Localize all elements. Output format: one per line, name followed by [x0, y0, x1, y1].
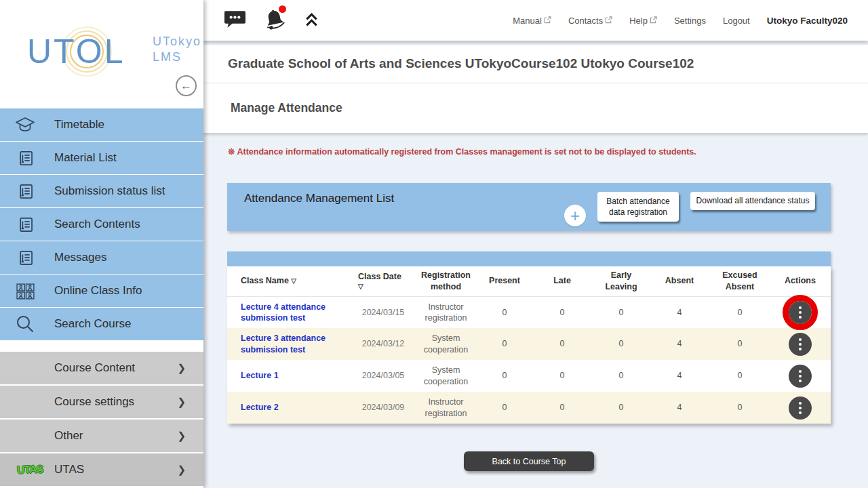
double-chevron-up-icon: [303, 12, 320, 30]
sidebar-item-label: UTAS: [54, 463, 84, 476]
course-title: Graduate School of Arts and Sciences UTo…: [203, 45, 868, 83]
nav-link-contacts[interactable]: Contacts: [568, 16, 612, 26]
logo-subtitle: UTokyo LMS: [153, 34, 201, 66]
attendance-panel: Attendance Management List + Batch atten…: [227, 183, 831, 231]
registration-method: System cooperation: [414, 328, 478, 360]
sidebar-item-search-contents[interactable]: Search Contents: [0, 208, 203, 241]
notification-badge: [279, 5, 286, 13]
sidebar-item-timetable[interactable]: Timetable: [0, 108, 203, 141]
sidebar-item-messages[interactable]: Messages: [0, 241, 203, 274]
magnifier-icon: [13, 314, 37, 334]
late-count: 0: [531, 392, 593, 424]
download-all-button[interactable]: Download all attendance status: [690, 192, 815, 210]
column-header-excused-absent: Excused Absent: [710, 266, 770, 296]
absent-count: 4: [649, 328, 710, 360]
actions-menu-button[interactable]: [789, 396, 812, 420]
topbar: Manual Contacts Help Settings Logout Uto…: [203, 0, 868, 41]
class-name-link[interactable]: Lecture 4 attendance submission test: [241, 302, 326, 323]
table-top-bar: [227, 251, 831, 266]
batch-registration-button[interactable]: Batch attendance data registration: [597, 192, 679, 222]
clipboard-icon: [13, 249, 37, 267]
registration-method: Instructor registration: [414, 296, 478, 328]
collapse-sidebar-button[interactable]: ←: [176, 75, 197, 96]
utas-logo-icon: UTAS: [17, 463, 43, 476]
page-title: Manage Attendance: [203, 83, 868, 133]
clipboard-icon: [13, 216, 37, 234]
sidebar-item-utas[interactable]: UTAS UTAS ❯: [0, 453, 203, 486]
table-row: Lecture 4 attendance submission test 202…: [227, 296, 831, 328]
registration-method: System cooperation: [414, 360, 478, 392]
logo-text: UTOL: [27, 33, 125, 70]
sidebar-item-label: Search Course: [54, 317, 131, 331]
external-link-icon: [650, 16, 657, 26]
sidebar-item-label: Other: [54, 429, 83, 443]
excused-absent-count: 0: [710, 360, 770, 392]
sidebar-item-other[interactable]: Other ❯: [0, 420, 203, 452]
excused-absent-count: 0: [710, 296, 770, 328]
class-date: 2024/03/09: [353, 392, 414, 424]
table-row: Lecture 1 2024/03/05 System cooperation …: [227, 360, 831, 392]
column-header-class-date[interactable]: Class Date▽: [353, 266, 414, 296]
sidebar-item-search-course[interactable]: Search Course: [0, 308, 203, 340]
nav-link-logout[interactable]: Logout: [723, 16, 750, 26]
chevron-right-icon: ❯: [177, 464, 186, 476]
class-name-link[interactable]: Lecture 2: [241, 403, 279, 412]
column-header-class-name[interactable]: Class Name ▽: [227, 266, 353, 296]
back-to-course-top-button[interactable]: Back to Course Top: [464, 451, 594, 471]
kebab-icon: [799, 402, 802, 405]
actions-menu-button[interactable]: [789, 333, 812, 356]
present-count: 0: [478, 392, 531, 424]
chevron-right-icon: ❯: [177, 362, 186, 374]
sidebar-item-submission-status-list[interactable]: Submission status list: [0, 175, 203, 207]
class-date: 2024/03/05: [353, 360, 414, 392]
nav-link-settings[interactable]: Settings: [674, 16, 706, 26]
kebab-icon: [799, 306, 802, 309]
sidebar-item-label: Course Content: [54, 361, 135, 375]
graduation-cap-icon: [13, 116, 37, 134]
collapse-topbar-button[interactable]: [303, 12, 320, 30]
sidebar-item-material-list[interactable]: Material List: [0, 142, 203, 174]
people-grid-icon: [13, 283, 37, 300]
sidebar-item-course-settings[interactable]: Course settings ❯: [0, 386, 203, 418]
class-name-link[interactable]: Lecture 3 attendance submission test: [241, 333, 326, 354]
late-count: 0: [531, 360, 593, 392]
absent-count: 4: [649, 296, 710, 328]
registration-method: Instructor registration: [414, 392, 478, 424]
present-count: 0: [478, 328, 531, 360]
attendance-warning: ※ Attendance information automatically r…: [228, 146, 696, 157]
class-date: 2024/03/12: [353, 328, 414, 360]
topbar-icons: [224, 8, 320, 33]
sidebar-item-label: Course settings: [54, 395, 134, 409]
topbar-links: Manual Contacts Help Settings Logout Uto…: [513, 16, 848, 26]
actions-menu-button[interactable]: [789, 365, 812, 388]
attendance-table: Class Name ▽ Class Date▽ Registration me…: [227, 266, 831, 424]
sidebar-item-label: Submission status list: [54, 184, 165, 198]
external-link-icon: [605, 16, 612, 26]
chat-bubble-icon: [224, 10, 246, 30]
excused-absent-count: 0: [710, 392, 770, 424]
sidebar-item-online-class-info[interactable]: Online Class Info: [0, 274, 203, 307]
column-header-absent: Absent: [649, 266, 710, 296]
actions-menu-button[interactable]: [789, 301, 812, 324]
nav-link-manual[interactable]: Manual: [513, 16, 551, 26]
notifications-button[interactable]: [264, 8, 285, 33]
kebab-icon: [799, 370, 802, 373]
nav-link-help[interactable]: Help: [629, 16, 657, 26]
chevron-right-icon: ❯: [177, 396, 186, 408]
add-attendance-button[interactable]: +: [564, 205, 586, 226]
early-leaving-count: 0: [593, 360, 649, 392]
class-date: 2024/03/15: [353, 296, 414, 328]
external-link-icon: [544, 16, 551, 26]
page-header-card: Graduate School of Arts and Sciences UTo…: [203, 45, 868, 133]
class-name-link[interactable]: Lecture 1: [241, 371, 279, 380]
panel-title: Attendance Management List: [244, 192, 394, 205]
messages-button[interactable]: [224, 10, 246, 30]
column-header-late: Late: [531, 266, 593, 296]
early-leaving-count: 0: [593, 328, 649, 360]
late-count: 0: [531, 328, 593, 360]
user-name: Utokyo Faculty020: [767, 16, 848, 26]
logo-area: UTOL UTokyo LMS ←: [0, 0, 203, 108]
sidebar-group: Course Content ❯ Course settings ❯ Other…: [0, 352, 203, 486]
sidebar-item-course-content[interactable]: Course Content ❯: [0, 352, 203, 384]
plus-icon: +: [570, 206, 580, 225]
